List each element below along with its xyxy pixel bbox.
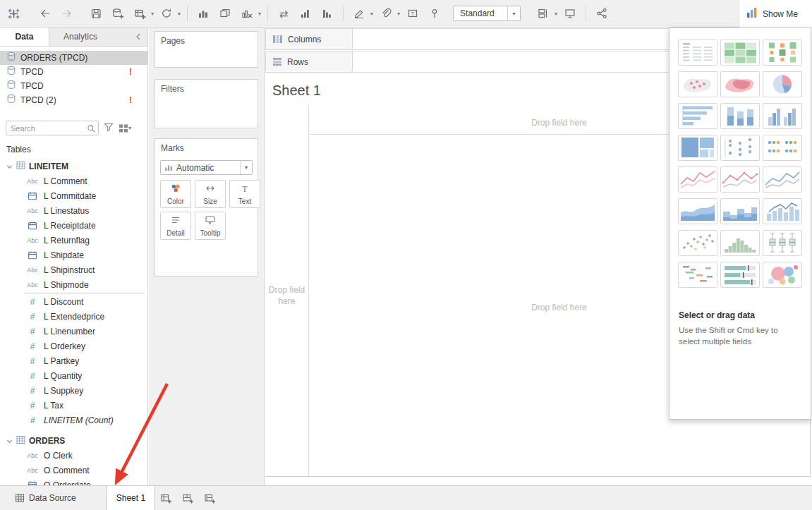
showme-stacked-bars[interactable] [720, 103, 760, 129]
chevron-down-icon[interactable]: ▾ [555, 11, 557, 17]
chevron-down-icon[interactable]: ▾ [151, 11, 154, 17]
showme-pie-chart[interactable] [763, 71, 802, 97]
field-item[interactable]: AbcO Comment [0, 463, 147, 478]
undo-button[interactable] [36, 4, 54, 23]
field-item[interactable]: #L Partkey [0, 353, 147, 368]
chevron-down-icon[interactable] [6, 435, 13, 447]
showme-lines-discrete[interactable] [720, 166, 760, 193]
chevron-down-icon[interactable]: ▾ [507, 6, 520, 20]
showme-scatter-plot[interactable] [678, 230, 717, 256]
chevron-down-icon[interactable]: ▾ [397, 11, 400, 17]
search-input[interactable] [6, 121, 99, 135]
chevron-down-icon[interactable]: ▾ [240, 161, 252, 174]
showme-area-continuous[interactable] [678, 198, 717, 224]
field-item[interactable]: #L Extendedprice [0, 309, 147, 324]
marks-tooltip-button[interactable]: Tooltip [195, 212, 226, 240]
field-item[interactable]: L Shipdate [0, 248, 147, 262]
datasource-item[interactable]: TPCD [0, 79, 147, 93]
showme-lines-continuous[interactable] [678, 166, 717, 193]
showme-dual-lines[interactable] [763, 166, 802, 193]
showme-horizontal-bars[interactable] [678, 103, 717, 129]
pages-shelf[interactable]: Pages [154, 31, 258, 68]
table-group-lineitem[interactable]: LINEITEM [0, 159, 147, 174]
showme-box-and-whisker[interactable] [763, 230, 802, 256]
field-item[interactable]: AbcL Shipinstruct [0, 262, 147, 277]
field-item[interactable]: AbcL Returnflag [0, 233, 147, 248]
datasource-item[interactable]: TPCD! [0, 65, 147, 79]
showme-text-table[interactable] [678, 40, 717, 66]
field-item[interactable]: AbcL Linestatus [0, 203, 147, 218]
field-item[interactable]: #L Discount [0, 294, 147, 309]
new-story-button[interactable] [199, 486, 221, 510]
field-item[interactable]: AbcL Comment [0, 174, 147, 188]
fit-selector[interactable]: Standard ▾ [453, 6, 521, 21]
show-me-button[interactable]: Show Me [739, 0, 812, 28]
filter-icon[interactable] [104, 122, 114, 135]
mark-type-dropdown[interactable]: Automatic ▾ [160, 160, 253, 175]
add-datasource-button[interactable] [109, 4, 127, 23]
showme-gantt[interactable] [678, 262, 717, 288]
field-item[interactable]: L Receiptdate [0, 218, 147, 233]
tab-data-source[interactable]: Data Source [6, 486, 85, 510]
datasource-item[interactable]: TPCD (2)! [0, 93, 147, 107]
show-mark-labels-button[interactable]: T [404, 4, 422, 23]
field-item[interactable]: #L Suppkey [0, 383, 147, 398]
field-item[interactable]: L Commitdate [0, 188, 147, 203]
refresh-datasource-button[interactable] [157, 4, 176, 23]
showme-highlight-table[interactable] [720, 40, 760, 66]
marks-text-button[interactable]: TText [229, 180, 260, 208]
chevron-down-icon[interactable]: ▾ [370, 11, 373, 17]
drop-zone-rows[interactable]: Drop field here [267, 284, 306, 307]
tab-data[interactable]: Data [0, 28, 49, 46]
field-item[interactable]: AbcO Clerk [0, 448, 147, 463]
view-options-button[interactable]: ▾ [119, 123, 131, 133]
marks-size-button[interactable]: Size [195, 180, 226, 208]
marks-color-button[interactable]: Color [160, 180, 191, 208]
tab-analytics[interactable]: Analytics [49, 28, 111, 46]
field-item[interactable]: #L Tax [0, 398, 147, 413]
new-dashboard-button[interactable] [177, 486, 199, 510]
showme-dual-combination[interactable] [763, 198, 802, 224]
redo-button[interactable] [58, 4, 76, 23]
new-worksheet-button[interactable] [131, 4, 149, 23]
sort-ascending-button[interactable] [296, 4, 315, 23]
showme-filled-map[interactable] [720, 71, 760, 97]
showme-treemap[interactable] [678, 135, 717, 161]
new-worksheet-button[interactable] [155, 486, 177, 510]
field-item[interactable]: #LINEITEM (Count) [0, 413, 147, 427]
presentation-mode-button[interactable] [561, 4, 579, 23]
share-button[interactable] [593, 4, 611, 23]
save-button[interactable] [87, 4, 105, 23]
field-item[interactable]: AbcL Shipmode [0, 277, 147, 292]
show-hide-cards-button[interactable] [534, 4, 552, 23]
swap-rows-columns-button[interactable]: ⇄ [274, 4, 293, 23]
showme-circle-views[interactable] [720, 135, 760, 161]
marks-detail-button[interactable]: Detail [160, 212, 191, 240]
chevron-down-icon[interactable] [6, 160, 13, 173]
fix-axes-button[interactable] [425, 4, 444, 23]
sort-descending-button[interactable] [318, 4, 337, 23]
field-item[interactable]: #L Linenumber [0, 324, 147, 339]
chevron-down-icon[interactable]: ▾ [178, 11, 181, 17]
tableau-logo-icon[interactable] [4, 4, 23, 23]
clear-sheet-button[interactable] [238, 4, 256, 23]
showme-bullet-graph[interactable] [720, 262, 760, 288]
showme-packed-bubbles[interactable] [763, 262, 802, 288]
collapse-pane-button[interactable] [129, 28, 147, 46]
field-item[interactable]: #L Orderkey [0, 339, 147, 353]
group-members-button[interactable] [377, 4, 395, 23]
field-item[interactable]: #L Quantity [0, 368, 147, 383]
showme-histogram[interactable] [720, 230, 760, 256]
filters-shelf[interactable]: Filters [154, 79, 258, 128]
showme-side-by-side-circles[interactable] [763, 135, 802, 161]
duplicate-button[interactable] [216, 4, 234, 23]
showme-area-discrete[interactable] [720, 198, 760, 224]
showme-heat-map[interactable] [763, 40, 802, 66]
duplicate-sheet-button[interactable] [194, 4, 212, 23]
table-group-orders[interactable]: ORDERS [0, 433, 147, 448]
showme-symbol-map[interactable] [678, 71, 717, 97]
field-item[interactable]: O Orderdate [0, 478, 147, 485]
tab-sheet1[interactable]: Sheet 1 [107, 486, 155, 510]
datasource-item[interactable]: ORDERS (TPCD) [0, 51, 147, 65]
highlight-button[interactable] [350, 4, 368, 23]
